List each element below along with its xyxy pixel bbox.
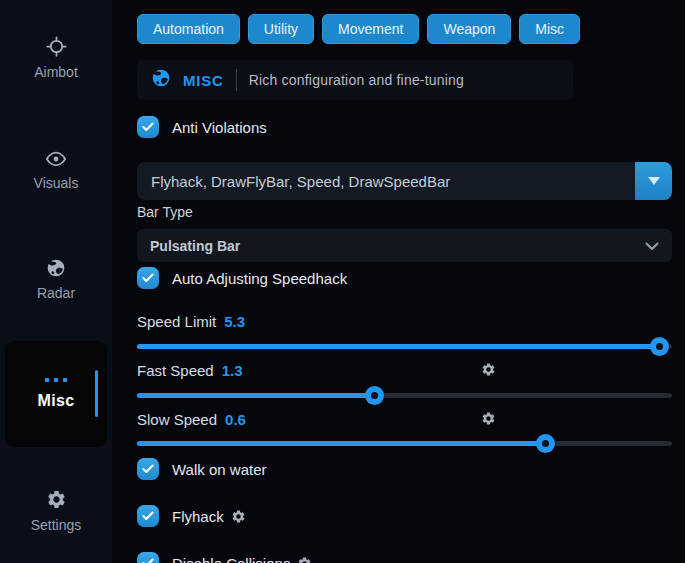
active-indicator-bar (95, 370, 98, 417)
main-panel: Automation Utility Movement Weapon Misc … (112, 0, 685, 563)
walk-on-water-label: Walk on water (172, 461, 266, 478)
anti-violations-label: Anti Violations (172, 119, 267, 136)
walk-on-water-row: Walk on water (137, 458, 266, 480)
fast-speed-slider[interactable] (137, 386, 672, 404)
sidebar-item-label: Misc (38, 392, 75, 410)
slider-fill (137, 441, 546, 446)
cheat-menu-window: Aimbot Visuals Radar Misc Settings (0, 0, 685, 563)
slow-speed-label: Slow Speed (137, 411, 217, 428)
disable-collisions-row: Disable Collisions (137, 552, 312, 563)
sidebar-item-misc-active[interactable]: Misc (5, 341, 107, 447)
auto-adjusting-speedhack-checkbox[interactable] (137, 267, 159, 289)
sidebar: Aimbot Visuals Radar Misc Settings (0, 0, 112, 563)
gear-icon (46, 489, 67, 510)
section-subtitle: Rich configuration and fine-tuning (249, 72, 464, 88)
slow-speed-gear-icon[interactable] (481, 411, 496, 426)
dropdown-arrow-button[interactable] (635, 162, 672, 200)
crosshair-icon (46, 36, 67, 57)
slow-speed-label-row: Slow Speed 0.6 (137, 409, 672, 429)
tab-misc[interactable]: Misc (519, 14, 580, 44)
chevron-down-icon (645, 237, 659, 255)
slider-fill (137, 393, 375, 398)
sidebar-item-label: Settings (31, 517, 82, 533)
disable-collisions-checkbox[interactable] (137, 552, 159, 563)
disable-collisions-gear-icon[interactable] (297, 556, 312, 563)
slider-fill (137, 344, 660, 349)
check-icon (141, 556, 155, 563)
sidebar-item-label: Aimbot (34, 64, 78, 80)
tab-automation[interactable]: Automation (137, 14, 240, 44)
divider (236, 69, 237, 91)
tab-utility[interactable]: Utility (248, 14, 314, 44)
bar-type-value: Pulsating Bar (150, 238, 240, 254)
bar-flags-select[interactable]: Flyhack, DrawFlyBar, Speed, DrawSpeedBar (137, 162, 672, 200)
check-icon (141, 462, 155, 476)
slow-speed-value: 0.6 (225, 411, 246, 428)
check-icon (141, 271, 155, 285)
section-header: MISC Rich configuration and fine-tuning (137, 60, 573, 100)
eye-icon (45, 150, 67, 168)
tab-movement[interactable]: Movement (322, 14, 419, 44)
bar-flags-value: Flyhack, DrawFlyBar, Speed, DrawSpeedBar (137, 173, 635, 190)
speed-limit-slider[interactable] (137, 337, 672, 355)
slow-speed-slider[interactable] (137, 434, 672, 452)
sidebar-item-visuals[interactable]: Visuals (0, 150, 112, 191)
auto-adjusting-speedhack-label: Auto Adjusting Speedhack (172, 270, 347, 287)
bar-type-select[interactable]: Pulsating Bar (137, 229, 672, 262)
check-icon (141, 120, 155, 134)
check-icon (141, 509, 155, 523)
flyhack-row: Flyhack (137, 505, 246, 527)
speed-limit-label: Speed Limit (137, 313, 216, 330)
sidebar-item-settings[interactable]: Settings (0, 489, 112, 533)
globe-icon (46, 258, 66, 278)
slider-handle[interactable] (365, 386, 384, 405)
globe-icon (151, 68, 171, 92)
sidebar-item-label: Visuals (34, 175, 79, 191)
anti-violations-row: Anti Violations (137, 116, 267, 138)
fast-speed-label: Fast Speed (137, 362, 214, 379)
fast-speed-label-row: Fast Speed 1.3 (137, 360, 672, 380)
disable-collisions-label: Disable Collisions (172, 555, 290, 563)
speed-limit-label-row: Speed Limit 5.3 (137, 311, 672, 331)
tab-weapon[interactable]: Weapon (427, 14, 511, 44)
slider-handle[interactable] (650, 337, 669, 356)
walk-on-water-checkbox[interactable] (137, 458, 159, 480)
speed-limit-value: 5.3 (224, 313, 245, 330)
flyhack-checkbox[interactable] (137, 505, 159, 527)
auto-adjusting-speedhack-row: Auto Adjusting Speedhack (137, 267, 347, 289)
dropdown-arrow-icon (648, 177, 660, 185)
fast-speed-value: 1.3 (222, 362, 243, 379)
sidebar-item-label: Radar (37, 285, 75, 301)
fast-speed-gear-icon[interactable] (481, 362, 496, 377)
category-tabs: Automation Utility Movement Weapon Misc (137, 14, 580, 44)
slider-handle[interactable] (536, 434, 555, 453)
flyhack-label: Flyhack (172, 508, 224, 525)
anti-violations-checkbox[interactable] (137, 116, 159, 138)
bar-type-label: Bar Type (137, 204, 193, 220)
section-title: MISC (183, 72, 224, 89)
sidebar-item-radar[interactable]: Radar (0, 258, 112, 301)
flyhack-gear-icon[interactable] (231, 509, 246, 524)
sidebar-item-aimbot[interactable]: Aimbot (0, 36, 112, 80)
ellipsis-icon (45, 378, 67, 382)
